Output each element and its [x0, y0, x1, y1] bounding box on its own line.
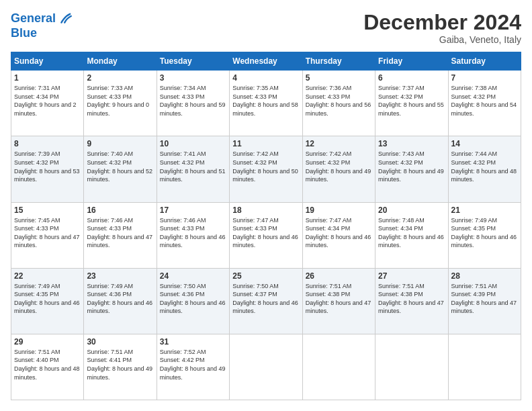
calendar-row: 8 Sunrise: 7:39 AM Sunset: 4:32 PM Dayli…	[11, 136, 521, 202]
day-number: 19	[306, 205, 372, 215]
day-info: Sunrise: 7:48 AM Sunset: 4:34 PM Dayligh…	[378, 216, 445, 250]
day-info: Sunrise: 7:51 AM Sunset: 4:39 PM Dayligh…	[451, 282, 518, 316]
title-block: December 2024 Gaiba, Veneto, Italy	[363, 11, 521, 45]
day-info: Sunrise: 7:40 AM Sunset: 4:32 PM Dayligh…	[87, 150, 153, 183]
table-row: 2 Sunrise: 7:33 AM Sunset: 4:33 PM Dayli…	[84, 71, 157, 136]
table-row: 24 Sunrise: 7:50 AM Sunset: 4:36 PM Dayl…	[157, 268, 229, 334]
day-info: Sunrise: 7:50 AM Sunset: 4:36 PM Dayligh…	[160, 282, 226, 316]
col-thursday: Thursday	[302, 52, 375, 71]
day-number: 25	[232, 271, 299, 281]
col-saturday: Saturday	[448, 52, 521, 71]
table-row: 25 Sunrise: 7:50 AM Sunset: 4:37 PM Dayl…	[230, 268, 302, 334]
table-row: 6 Sunrise: 7:37 AM Sunset: 4:32 PM Dayli…	[375, 71, 448, 136]
table-row: 4 Sunrise: 7:35 AM Sunset: 4:33 PM Dayli…	[230, 71, 302, 136]
table-row: 19 Sunrise: 7:47 AM Sunset: 4:34 PM Dayl…	[302, 202, 375, 268]
day-number: 13	[378, 139, 445, 148]
day-info: Sunrise: 7:46 AM Sunset: 4:33 PM Dayligh…	[87, 216, 153, 250]
logo-text: General	[11, 12, 56, 26]
day-number: 8	[14, 139, 81, 148]
calendar-table: Sunday Monday Tuesday Wednesday Thursday…	[11, 52, 521, 400]
day-info: Sunrise: 7:39 AM Sunset: 4:32 PM Dayligh…	[14, 150, 81, 183]
day-info: Sunrise: 7:36 AM Sunset: 4:33 PM Dayligh…	[306, 84, 372, 118]
day-number: 20	[378, 205, 445, 215]
calendar-row: 22 Sunrise: 7:49 AM Sunset: 4:35 PM Dayl…	[11, 268, 521, 334]
day-number: 24	[160, 271, 226, 281]
table-row: 9 Sunrise: 7:40 AM Sunset: 4:32 PM Dayli…	[84, 136, 157, 202]
day-number: 23	[87, 271, 153, 281]
day-info: Sunrise: 7:51 AM Sunset: 4:38 PM Dayligh…	[306, 282, 372, 316]
day-number: 26	[306, 271, 372, 281]
day-info: Sunrise: 7:35 AM Sunset: 4:33 PM Dayligh…	[232, 84, 299, 118]
day-number: 12	[306, 139, 372, 148]
day-number: 10	[160, 139, 226, 148]
calendar-row: 1 Sunrise: 7:31 AM Sunset: 4:34 PM Dayli…	[11, 71, 521, 136]
day-info: Sunrise: 7:49 AM Sunset: 4:35 PM Dayligh…	[14, 282, 81, 316]
page: General Blue December 2024 Gaiba, Veneto…	[0, 0, 532, 411]
table-row: 20 Sunrise: 7:48 AM Sunset: 4:34 PM Dayl…	[375, 202, 448, 268]
day-number: 30	[87, 337, 153, 347]
table-row: 1 Sunrise: 7:31 AM Sunset: 4:34 PM Dayli…	[11, 71, 84, 136]
day-number: 2	[87, 73, 153, 83]
day-info: Sunrise: 7:51 AM Sunset: 4:38 PM Dayligh…	[378, 282, 445, 316]
header: General Blue December 2024 Gaiba, Veneto…	[11, 11, 521, 45]
day-number: 11	[232, 139, 299, 148]
col-monday: Monday	[84, 52, 157, 71]
day-info: Sunrise: 7:50 AM Sunset: 4:37 PM Dayligh…	[232, 282, 299, 316]
table-row: 30 Sunrise: 7:51 AM Sunset: 4:41 PM Dayl…	[84, 334, 157, 400]
location: Gaiba, Veneto, Italy	[363, 34, 521, 45]
table-row: 31 Sunrise: 7:52 AM Sunset: 4:42 PM Dayl…	[157, 334, 229, 400]
day-number: 3	[160, 73, 226, 83]
logo: General Blue	[11, 11, 75, 40]
month-title: December 2024	[363, 11, 521, 34]
day-number: 5	[306, 73, 372, 83]
day-number: 27	[378, 271, 445, 281]
day-info: Sunrise: 7:41 AM Sunset: 4:32 PM Dayligh…	[160, 150, 226, 183]
day-number: 1	[14, 73, 81, 83]
day-number: 29	[14, 337, 81, 347]
day-info: Sunrise: 7:46 AM Sunset: 4:33 PM Dayligh…	[160, 216, 226, 250]
table-row	[302, 334, 375, 400]
day-number: 21	[451, 205, 518, 215]
day-number: 14	[451, 139, 518, 148]
day-number: 9	[87, 139, 153, 148]
table-row: 13 Sunrise: 7:43 AM Sunset: 4:32 PM Dayl…	[375, 136, 448, 202]
table-row: 22 Sunrise: 7:49 AM Sunset: 4:35 PM Dayl…	[11, 268, 84, 334]
day-info: Sunrise: 7:44 AM Sunset: 4:32 PM Dayligh…	[451, 150, 518, 183]
table-row: 15 Sunrise: 7:45 AM Sunset: 4:33 PM Dayl…	[11, 202, 84, 268]
day-info: Sunrise: 7:34 AM Sunset: 4:33 PM Dayligh…	[160, 84, 226, 118]
day-info: Sunrise: 7:31 AM Sunset: 4:34 PM Dayligh…	[14, 84, 81, 118]
table-row: 18 Sunrise: 7:47 AM Sunset: 4:33 PM Dayl…	[230, 202, 302, 268]
table-row: 28 Sunrise: 7:51 AM Sunset: 4:39 PM Dayl…	[448, 268, 521, 334]
col-sunday: Sunday	[11, 52, 84, 71]
table-row: 17 Sunrise: 7:46 AM Sunset: 4:33 PM Dayl…	[157, 202, 229, 268]
day-number: 18	[232, 205, 299, 215]
day-number: 7	[451, 73, 518, 83]
day-number: 6	[378, 73, 445, 83]
day-number: 17	[160, 205, 226, 215]
day-info: Sunrise: 7:49 AM Sunset: 4:35 PM Dayligh…	[451, 216, 518, 250]
col-tuesday: Tuesday	[157, 52, 229, 71]
day-info: Sunrise: 7:51 AM Sunset: 4:40 PM Dayligh…	[14, 348, 81, 381]
day-number: 15	[14, 205, 81, 215]
table-row	[230, 334, 302, 400]
day-info: Sunrise: 7:45 AM Sunset: 4:33 PM Dayligh…	[14, 216, 81, 250]
col-wednesday: Wednesday	[230, 52, 302, 71]
table-row	[448, 334, 521, 400]
table-row: 16 Sunrise: 7:46 AM Sunset: 4:33 PM Dayl…	[84, 202, 157, 268]
day-number: 22	[14, 271, 81, 281]
day-info: Sunrise: 7:47 AM Sunset: 4:33 PM Dayligh…	[232, 216, 299, 250]
calendar-row: 29 Sunrise: 7:51 AM Sunset: 4:40 PM Dayl…	[11, 334, 521, 400]
table-row: 10 Sunrise: 7:41 AM Sunset: 4:32 PM Dayl…	[157, 136, 229, 202]
day-number: 4	[232, 73, 299, 83]
table-row: 7 Sunrise: 7:38 AM Sunset: 4:32 PM Dayli…	[448, 71, 521, 136]
table-row	[375, 334, 448, 400]
day-info: Sunrise: 7:33 AM Sunset: 4:33 PM Dayligh…	[87, 84, 153, 118]
col-friday: Friday	[375, 52, 448, 71]
logo-blue-text: Blue	[11, 27, 75, 40]
table-row: 26 Sunrise: 7:51 AM Sunset: 4:38 PM Dayl…	[302, 268, 375, 334]
day-info: Sunrise: 7:51 AM Sunset: 4:41 PM Dayligh…	[87, 348, 153, 381]
day-info: Sunrise: 7:42 AM Sunset: 4:32 PM Dayligh…	[306, 150, 372, 183]
day-info: Sunrise: 7:37 AM Sunset: 4:32 PM Dayligh…	[378, 84, 445, 118]
day-info: Sunrise: 7:43 AM Sunset: 4:32 PM Dayligh…	[378, 150, 445, 183]
table-row: 11 Sunrise: 7:42 AM Sunset: 4:32 PM Dayl…	[230, 136, 302, 202]
